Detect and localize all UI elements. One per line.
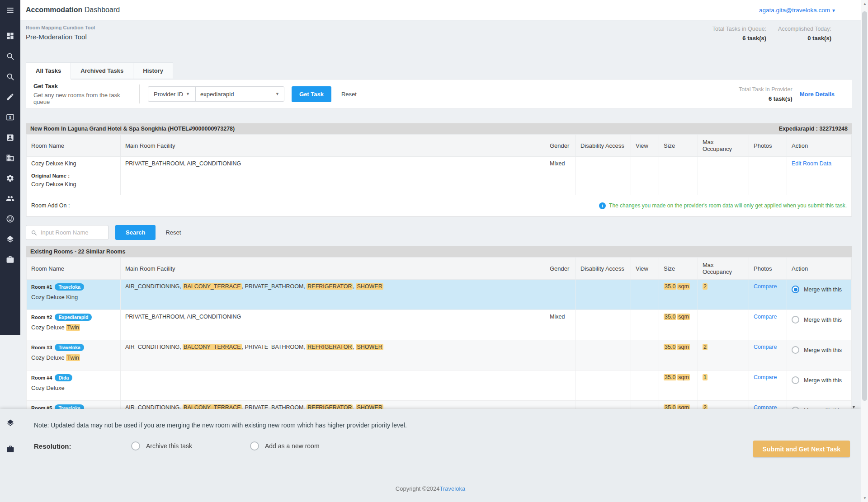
search-button[interactable]: Search — [115, 225, 156, 240]
room-disability — [576, 280, 631, 310]
room-facility: AIR_CONDITIONING, BALCONY_TERRACE, PRIVA… — [121, 340, 545, 371]
column-header: View — [631, 135, 659, 157]
copyright-brand-link[interactable]: Traveloka — [440, 485, 466, 492]
tab-all-tasks[interactable]: All Tasks — [26, 62, 71, 80]
provider-id-dropdown[interactable]: Provider ID ▼ — [148, 87, 196, 101]
layers-icon[interactable] — [6, 419, 14, 428]
queue-stat-value: 6 task(s) — [712, 35, 766, 42]
info-note-text: The changes you made on the provider's r… — [609, 202, 847, 209]
money-card-icon[interactable]: $ — [0, 107, 20, 127]
new-room-table: Room NameMain Room FacilityGenderDisabil… — [26, 134, 852, 216]
breadcrumb-section: Room Mapping Curation Tool — [26, 25, 95, 30]
new-room-title: New Room In Laguna Grand Hotel & Spa Son… — [30, 126, 235, 132]
tab-history[interactable]: History — [133, 62, 173, 79]
building-icon[interactable] — [0, 148, 20, 168]
page-title: Accommodation Dashboard — [26, 6, 120, 14]
gear-icon[interactable] — [0, 168, 20, 188]
provider-value-select[interactable]: expediarapid ▼ — [196, 91, 284, 98]
room-size: 35.0sqm — [659, 340, 698, 371]
queue-stat-label: Total Tasks in Queue: — [712, 26, 766, 32]
new-room-max-occupancy — [698, 157, 749, 195]
original-name-label: Original Name : — [31, 173, 116, 178]
provider-total-value: 6 task(s) — [739, 95, 793, 102]
reset-task-button[interactable]: Reset — [341, 91, 357, 98]
room-max-occupancy: 2 — [698, 280, 749, 310]
more-details-link[interactable]: More Details — [800, 91, 835, 98]
room-number: Room #1 — [31, 284, 52, 290]
table-scroll-down-arrow[interactable]: ▼ — [852, 405, 856, 409]
provider-badge: Traveloka — [55, 344, 84, 351]
new-room-provider-ref: Expediarapid : 322719248 — [779, 126, 848, 132]
contact-card-icon[interactable] — [0, 127, 20, 148]
new-room-disability — [576, 157, 631, 195]
room-name-cell: Room #2 Expediarapid Cozy Deluxe Twin — [27, 310, 121, 340]
add-new-room-option[interactable]: Add as a new room — [250, 441, 320, 450]
merge-note: Note: Updated data may not be used if yo… — [34, 422, 861, 429]
room-name: Cozy Deluxe — [31, 385, 116, 391]
menu-icon[interactable] — [0, 0, 20, 20]
new-room-name-cell: Cozy Deluxe King Original Name : Cozy De… — [27, 157, 121, 195]
provider-value: expediarapid — [200, 91, 234, 98]
room-search-box — [26, 225, 108, 240]
room-size: 35.0sqm — [659, 280, 698, 310]
pencil-icon[interactable] — [0, 87, 20, 107]
add-new-room-label: Add as a new room — [265, 442, 320, 450]
edit-room-data-link[interactable]: Edit Room Data — [792, 160, 831, 167]
compare-link[interactable]: Compare — [754, 283, 777, 290]
search-icon[interactable] — [0, 46, 20, 66]
get-task-title: Get Task — [33, 83, 137, 89]
room-disability — [576, 371, 631, 401]
room-facility — [121, 371, 545, 401]
compare-link[interactable]: Compare — [754, 344, 777, 350]
briefcase-icon[interactable] — [0, 249, 20, 270]
search-icon[interactable] — [0, 66, 20, 87]
add-new-room-radio[interactable] — [250, 441, 259, 450]
user-email: agata.gita@traveloka.com — [759, 7, 830, 14]
existing-rooms-table: Room NameMain Room FacilityGenderDisabil… — [26, 257, 852, 431]
room-gender — [545, 371, 576, 401]
dashboard-icon[interactable] — [0, 26, 20, 46]
provider-select-group: Provider ID ▼ expediarapid ▼ — [148, 86, 284, 102]
merge-radio[interactable] — [792, 376, 799, 384]
people-icon[interactable] — [0, 188, 20, 209]
scroll-up-arrow[interactable]: ▲ — [861, 2, 868, 6]
new-room-panel: New Room In Laguna Grand Hotel & Spa Son… — [26, 123, 852, 217]
app-title-rest: Dashboard — [85, 6, 120, 14]
compare-link[interactable]: Compare — [754, 374, 777, 380]
table-row: Room #4 Dida Cozy Deluxe 35.0sqm 1 Compa… — [27, 371, 852, 401]
archive-task-option[interactable]: Archive this task — [131, 441, 192, 450]
accomplished-stat-value: 0 task(s) — [778, 35, 831, 42]
scroll-down-arrow[interactable]: ▼ — [861, 496, 868, 500]
room-number: Room #4 — [31, 375, 52, 380]
merge-radio[interactable] — [792, 286, 799, 293]
existing-rooms-header-band: Existing Rooms - 22 Similar Rooms — [26, 246, 852, 257]
room-number: Room #3 — [31, 345, 52, 350]
room-name-cell: Room #1 Traveloka Cozy Deluxe King — [27, 280, 121, 310]
reset-search-button[interactable]: Reset — [165, 229, 181, 236]
existing-rooms-title: Existing Rooms - 22 Similar Rooms — [30, 249, 125, 255]
merge-label: Merge with this — [804, 347, 842, 353]
smiley-icon[interactable] — [0, 209, 20, 229]
user-menu[interactable]: agata.gita@traveloka.com▼ — [759, 7, 836, 14]
room-number: Room #2 — [31, 314, 52, 320]
archive-task-radio[interactable] — [131, 441, 140, 450]
search-input[interactable] — [41, 229, 104, 236]
room-name: Cozy Deluxe Twin — [31, 354, 116, 361]
chevron-down-icon: ▼ — [831, 8, 836, 13]
new-room-size — [659, 157, 698, 195]
layers-icon[interactable] — [0, 229, 20, 249]
column-header: View — [631, 258, 659, 280]
scrollbar-thumb[interactable] — [862, 11, 867, 401]
merge-radio[interactable] — [792, 346, 799, 354]
merge-radio[interactable] — [792, 316, 799, 324]
room-max-occupancy: 1 — [698, 371, 749, 401]
column-header: Photos — [749, 135, 787, 157]
submit-button[interactable]: Submit and Get Next Task — [753, 441, 850, 457]
search-icon — [31, 230, 37, 236]
room-gender — [545, 280, 576, 310]
get-task-button[interactable]: Get Task — [292, 86, 331, 102]
room-add-on-label: Room Add On : — [31, 202, 70, 209]
briefcase-icon[interactable] — [6, 445, 14, 455]
compare-link[interactable]: Compare — [754, 314, 777, 320]
tab-archived-tasks[interactable]: Archived Tasks — [71, 62, 133, 79]
